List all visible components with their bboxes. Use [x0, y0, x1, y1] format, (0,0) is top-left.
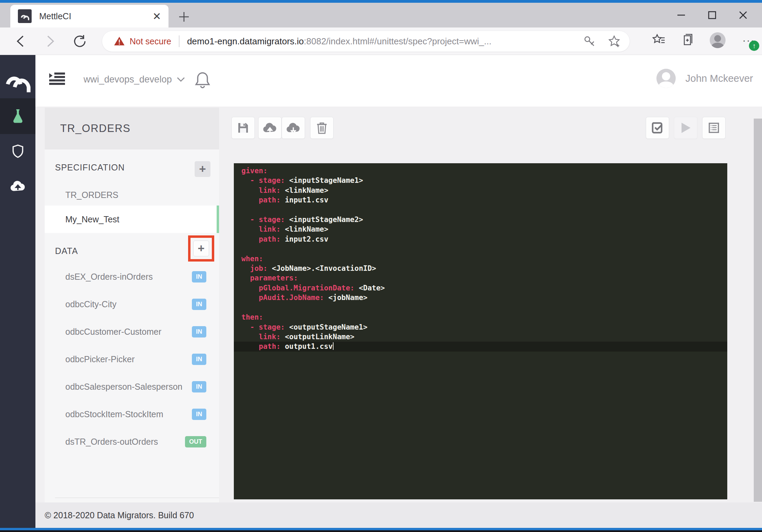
specification-item[interactable]: TR_ORDERS [45, 185, 219, 205]
rail-item-unit-test[interactable] [0, 98, 35, 134]
data-item[interactable]: odbcSalesperson-Salesperson IN [45, 373, 219, 400]
code-line: pGlobal.MigrationDate: <Date> [234, 283, 727, 293]
check-square-icon [651, 122, 664, 134]
url-text[interactable]: demo1-engn.datamigrators.io:8082/index.h… [187, 36, 583, 47]
cloud-upload-icon [10, 180, 26, 192]
io-badge: IN [192, 409, 206, 420]
code-line [234, 205, 727, 215]
cloud-upload-icon [263, 122, 277, 133]
app-rail [0, 55, 35, 528]
data-item-label: dsEX_Orders-inOrders [65, 272, 192, 282]
data-item[interactable]: odbcPicker-Picker IN [45, 345, 219, 373]
data-item[interactable]: odbcCity-City IN [45, 290, 219, 318]
panel-body: SPECIFICATION + TR_ORDERS My_New_Test DA… [45, 149, 219, 502]
back-icon[interactable] [12, 33, 29, 49]
project-selector[interactable]: wwi_devops_develop [84, 74, 185, 85]
code-line: path: input1.csv [234, 195, 727, 205]
mettleci-favicon [18, 9, 32, 23]
delete-button[interactable] [310, 117, 334, 139]
code-line: - stage: <outputStageName1> [234, 322, 727, 332]
close-window-icon[interactable] [728, 6, 759, 24]
code-line [234, 303, 727, 312]
add-data-button[interactable]: + [193, 241, 209, 256]
notifications-bell-icon[interactable] [194, 71, 211, 89]
data-item-label: odbcSalesperson-Salesperson [65, 382, 192, 392]
editor-code: given: - stage: <inputStageName1> link: … [234, 163, 727, 352]
io-badge: OUT [185, 436, 206, 447]
save-floppy-icon [237, 122, 249, 134]
bottom-edge-bar [0, 530, 762, 532]
page-scrollbar[interactable] [754, 119, 762, 502]
project-name: wwi_devops_develop [84, 74, 172, 85]
browser-tab[interactable]: MettleCI ✕ [10, 5, 168, 27]
data-item-label: dsTR_Orders-outOrders [65, 437, 185, 447]
window-top-accent [0, 0, 762, 3]
play-icon [680, 122, 691, 134]
io-badge: IN [192, 354, 206, 365]
tab-title: MettleCI [39, 11, 150, 21]
download-button[interactable] [282, 117, 305, 139]
panel-header: TR_ORDERS [45, 108, 219, 149]
flask-icon [10, 108, 25, 124]
text-cursor [333, 342, 334, 350]
user-name: John Mckeever [685, 73, 753, 84]
browser-menu-button[interactable]: ··· ↑ [740, 32, 757, 49]
code-line: when: [234, 254, 727, 264]
url-separator [179, 35, 179, 47]
user-menu[interactable]: John Mckeever [656, 69, 753, 88]
code-line: link: <outputLinkName> [234, 332, 727, 342]
maximize-icon[interactable] [697, 6, 728, 24]
plus-icon: + [198, 242, 205, 254]
code-line: link: <linkName> [234, 224, 727, 234]
data-item[interactable]: odbcStockItem-StockItem IN [45, 400, 219, 428]
security-label[interactable]: Not secure [130, 36, 171, 46]
save-button[interactable] [231, 117, 255, 139]
spec-editor[interactable]: given: - stage: <inputStageName1> link: … [234, 163, 727, 499]
data-item[interactable]: dsTR_Orders-outOrders OUT [45, 428, 219, 455]
add-favorite-star-icon[interactable] [608, 35, 621, 48]
address-bar[interactable]: Not secure demo1-engn.datamigrators.io:8… [102, 31, 630, 52]
specification-item[interactable]: My_New_Test [45, 206, 219, 233]
minimize-icon[interactable] [666, 6, 697, 24]
rail-item-deploy[interactable] [0, 168, 35, 204]
data-item-label: odbcCustomer-Customer [65, 327, 192, 337]
add-specification-button[interactable]: + [195, 161, 210, 177]
password-key-icon[interactable] [583, 35, 596, 48]
refresh-icon[interactable] [72, 33, 88, 49]
window-controls [666, 6, 759, 24]
browser-tabstrip: MettleCI ✕ [0, 3, 762, 27]
section-data-label: DATA [55, 246, 78, 256]
upload-button[interactable] [258, 117, 282, 139]
data-item[interactable]: odbcCustomer-Customer IN [45, 318, 219, 345]
io-badge: IN [192, 381, 206, 392]
list-report-icon [708, 122, 720, 134]
cloud-download-icon [286, 122, 301, 133]
app-footer: © 2018-2020 Data Migrators. Build 670 [35, 502, 762, 528]
run-button [674, 117, 697, 139]
menu-indent-icon[interactable] [49, 72, 65, 85]
data-item[interactable]: dsEX_Orders-inOrders IN [45, 263, 219, 290]
url-path: :8082/index.html#/unittest/spec?project=… [304, 36, 492, 46]
panel-title: TR_ORDERS [60, 122, 131, 135]
rail-item-compliance[interactable] [0, 133, 35, 169]
forward-icon [42, 33, 58, 49]
panel-divider [55, 498, 219, 498]
security-warning-icon [114, 36, 125, 46]
data-item-label: odbcPicker-Picker [65, 354, 192, 364]
report-button[interactable] [702, 117, 726, 139]
url-host: demo1-engn.datamigrators.io [187, 36, 304, 46]
code-line: parameters: [234, 273, 727, 283]
favorites-bar-icon[interactable] [652, 33, 666, 47]
collections-icon[interactable] [681, 33, 695, 47]
tab-close-icon[interactable]: ✕ [150, 9, 164, 23]
footer-text: © 2018-2020 Data Migrators. Build 670 [45, 510, 194, 520]
validate-button[interactable] [646, 117, 669, 139]
code-line: link: <linkName> [234, 186, 727, 195]
specification-item-label: TR_ORDERS [65, 190, 118, 200]
browser-profile-avatar[interactable] [710, 32, 726, 48]
code-line: path: input2.csv [234, 234, 727, 244]
io-badge: IN [192, 326, 206, 337]
new-tab-button[interactable] [176, 9, 192, 25]
shield-icon [12, 144, 24, 158]
chevron-down-icon [177, 77, 185, 82]
